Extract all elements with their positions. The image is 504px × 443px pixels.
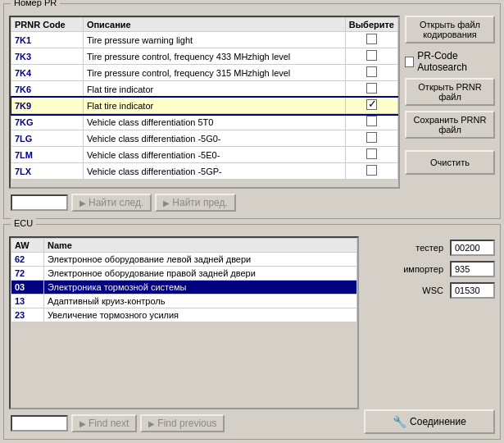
- table-row[interactable]: 7LGVehicle class differentiation -5G0-: [11, 130, 398, 147]
- ecu-find-prev-label: Find previous: [157, 418, 216, 429]
- prnr-code-cell: 7K6: [11, 81, 84, 98]
- ecu-table-area: AW Name 62Электронное оборудование левой…: [9, 236, 359, 434]
- ecu-col-aw: AW: [11, 239, 44, 253]
- prnr-code-cell: 7KG: [11, 114, 84, 130]
- importer-value[interactable]: [450, 261, 495, 277]
- table-row[interactable]: 7KGVehicle class differentiation 5T0: [11, 114, 398, 130]
- prnr-check-cell[interactable]: [345, 81, 397, 98]
- prnr-code-cell: 7K9: [11, 98, 84, 114]
- find-prev-icon: ▶: [163, 199, 170, 208]
- prnr-desc-cell: Flat tire indicator: [83, 98, 345, 114]
- ecu-name-cell: Электронное оборудование левой задней дв…: [44, 253, 357, 267]
- prnr-check-cell[interactable]: [345, 147, 397, 163]
- ecu-table-wrapper: AW Name 62Электронное оборудование левой…: [9, 236, 359, 409]
- prnr-desc-cell: Flat tire indicator: [83, 81, 345, 98]
- prnr-check-cell[interactable]: [345, 48, 397, 65]
- prnr-table-area: PRNR Code Описание Выберите 7K1Tire pres…: [9, 16, 400, 213]
- importer-label: импортер: [398, 264, 443, 274]
- prnr-check-cell[interactable]: [345, 114, 397, 130]
- ecu-name-cell: Электроника тормозной системы: [44, 281, 357, 295]
- table-row[interactable]: 62Электронное оборудование левой задней …: [11, 253, 357, 267]
- prnr-code-cell: 7K4: [11, 65, 84, 81]
- prnr-table-scroll[interactable]: PRNR Code Описание Выберите 7K1Tire pres…: [11, 17, 398, 187]
- connect-button[interactable]: 🔧 Соединение: [364, 409, 495, 434]
- ecu-name-cell: Электронное оборудование правой задней д…: [44, 267, 357, 281]
- prnr-check-cell[interactable]: [345, 163, 397, 180]
- importer-row: импортер: [364, 261, 495, 277]
- table-row[interactable]: 7LXVehicle class differentiation -5GP-: [11, 163, 398, 180]
- prnr-find-bar: ▶ Найти след. ▶ Найти пред.: [9, 192, 400, 213]
- table-row[interactable]: 23Увеличение тормозного усилия: [11, 308, 357, 322]
- ecu-group-title: ECU: [11, 218, 36, 228]
- ecu-table-scroll[interactable]: AW Name 62Электронное оборудование левой…: [11, 238, 357, 408]
- prnr-code-cell: 7LG: [11, 130, 84, 147]
- ecu-aw-cell: 03: [11, 281, 44, 295]
- ecu-name-cell: Увеличение тормозного усилия: [44, 308, 357, 322]
- connect-label: Соединение: [410, 416, 466, 427]
- prnr-desc-cell: Vehicle class differentiation -5G0-: [83, 130, 345, 147]
- prnr-table: PRNR Code Описание Выберите 7K1Tire pres…: [11, 17, 398, 180]
- table-row[interactable]: 7LMVehicle class differentiation -5E0-: [11, 147, 398, 163]
- ecu-aw-cell: 23: [11, 308, 44, 322]
- table-row[interactable]: 7K3Tire pressure control, frequency 433 …: [11, 48, 398, 65]
- ecu-find-bar: ▶ Find next ▶ Find previous: [9, 413, 359, 434]
- ecu-find-prev-button[interactable]: ▶ Find previous: [140, 414, 225, 432]
- ecu-search-input[interactable]: [11, 415, 68, 432]
- pr-code-autosearch-checkbox[interactable]: [405, 57, 414, 67]
- table-row[interactable]: 7K9Flat tire indicator: [11, 98, 398, 114]
- prnr-group-title: Номер PR: [11, 0, 60, 7]
- open-prnr-button[interactable]: Открыть PRNR файл: [405, 78, 495, 106]
- open-coding-button[interactable]: Открыть файл кодирования: [405, 16, 495, 43]
- ecu-name-cell: Адаптивный круиз-контроль: [44, 295, 357, 308]
- wsc-value[interactable]: [450, 282, 495, 299]
- table-row[interactable]: 7K6Flat tire indicator: [11, 81, 398, 98]
- prnr-col-desc: Описание: [83, 18, 345, 32]
- ecu-aw-cell: 62: [11, 253, 44, 267]
- prnr-check-cell[interactable]: [345, 98, 397, 114]
- prnr-code-cell: 7LX: [11, 163, 84, 180]
- pr-code-autosearch-row: PR-Code Autosearch: [405, 50, 495, 73]
- prnr-desc-cell: Tire pressure control, frequency 433 MHz…: [83, 48, 345, 65]
- tester-label: тестер: [398, 243, 443, 253]
- prnr-find-prev-label: Найти пред.: [172, 197, 228, 208]
- prnr-find-next-label: Найти след.: [89, 197, 143, 208]
- clear-button[interactable]: Очистить: [405, 150, 495, 175]
- ecu-col-name: Name: [44, 239, 357, 253]
- prnr-desc-cell: Vehicle class differentiation -5E0-: [83, 147, 345, 163]
- prnr-find-prev-button[interactable]: ▶ Найти пред.: [155, 194, 236, 212]
- wsc-label: WSC: [398, 285, 443, 295]
- table-row[interactable]: 13Адаптивный круиз-контроль: [11, 295, 357, 308]
- save-prnr-button[interactable]: Сохранить PRNR файл: [405, 111, 495, 139]
- ecu-aw-cell: 13: [11, 295, 44, 308]
- prnr-check-cell[interactable]: [345, 65, 397, 81]
- prnr-table-wrapper: PRNR Code Описание Выберите 7K1Tire pres…: [9, 16, 400, 189]
- prnr-buttons: Открыть файл кодирования PR-Code Autosea…: [405, 16, 495, 213]
- ecu-find-next-button[interactable]: ▶ Find next: [71, 414, 137, 432]
- ecu-find-next-label: Find next: [89, 418, 129, 429]
- table-row[interactable]: 72Электронное оборудование правой задней…: [11, 267, 357, 281]
- prnr-find-next-button[interactable]: ▶ Найти след.: [71, 194, 152, 212]
- prnr-code-cell: 7K3: [11, 48, 84, 65]
- table-row[interactable]: 03Электроника тормозной системы: [11, 281, 357, 295]
- prnr-desc-cell: Vehicle class differentiation -5GP-: [83, 163, 345, 180]
- prnr-col-code: PRNR Code: [11, 18, 84, 32]
- prnr-col-select: Выберите: [345, 18, 397, 32]
- prnr-check-cell[interactable]: [345, 32, 397, 48]
- main-container: Номер PR PRNR Code Описание Выберите: [0, 0, 504, 443]
- tester-value[interactable]: [450, 240, 495, 256]
- table-row[interactable]: 7K1Tire pressure warning light: [11, 32, 398, 48]
- connect-icon: 🔧: [393, 415, 406, 428]
- ecu-find-next-icon: ▶: [79, 419, 86, 428]
- prnr-search-input[interactable]: [11, 194, 68, 211]
- prnr-desc-cell: Tire pressure control, frequency 315 MHz…: [83, 65, 345, 81]
- prnr-desc-cell: Vehicle class differentiation 5T0: [83, 114, 345, 130]
- ecu-group: ECU AW Name 62Элект: [3, 224, 501, 440]
- prnr-desc-cell: Tire pressure warning light: [83, 32, 345, 48]
- prnr-code-cell: 7LM: [11, 147, 84, 163]
- ecu-info: тестер импортер WSC 🔧 Соединение: [364, 236, 495, 434]
- table-row[interactable]: 7K4Tire pressure control, frequency 315 …: [11, 65, 398, 81]
- pr-code-autosearch-label: PR-Code Autosearch: [417, 50, 495, 73]
- prnr-group: Номер PR PRNR Code Описание Выберите: [3, 3, 501, 219]
- prnr-check-cell[interactable]: [345, 130, 397, 147]
- ecu-find-prev-icon: ▶: [148, 419, 155, 428]
